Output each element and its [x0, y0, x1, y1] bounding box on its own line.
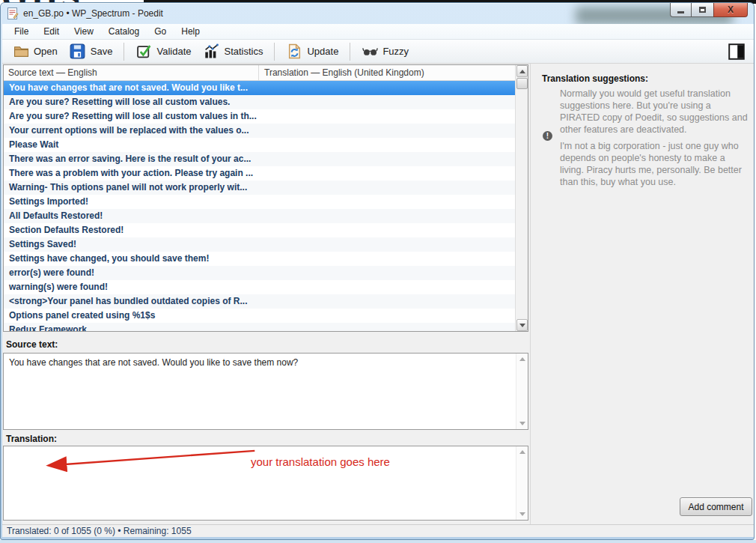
list-item[interactable]: There was an error saving. Here is the r… — [4, 152, 515, 166]
list-item[interactable]: Please Wait — [4, 138, 515, 152]
background-bottom-sliver — [0, 540, 756, 543]
add-comment-button[interactable]: Add comment — [680, 497, 752, 516]
toolbar-button-label: Save — [91, 46, 113, 57]
poedit-document-icon — [7, 7, 19, 19]
status-bar: Translated: 0 of 1055 (0 %) • Remaining:… — [2, 524, 754, 537]
scroll-down-icon[interactable] — [519, 422, 525, 425]
list-item[interactable]: Your current options will be replaced wi… — [4, 124, 515, 138]
scroll-down-icon[interactable] — [519, 512, 525, 516]
menu-item-file[interactable]: File — [7, 25, 36, 38]
menu-item-edit[interactable]: Edit — [36, 25, 67, 38]
toolbar-button-label: Open — [34, 46, 58, 57]
column-header-source[interactable]: Source text — English — [4, 65, 259, 80]
poedit-window: en_GB.po • WP_Spectrum - Poedit X FileEd… — [0, 2, 755, 540]
source-scroll-rail[interactable] — [516, 354, 528, 429]
window-title: en_GB.po • WP_Spectrum - Poedit — [23, 8, 163, 19]
menu-item-catalog[interactable]: Catalog — [101, 25, 147, 38]
scroll-up-icon[interactable] — [519, 450, 525, 454]
toolbar: OpenSaveValidateStatisticsUpdateFuzzy — [2, 40, 754, 64]
statistics-chart-icon — [203, 43, 219, 60]
save-floppy-icon — [70, 43, 86, 60]
menu-item-help[interactable]: Help — [174, 25, 207, 38]
list-item[interactable]: You have changes that are not saved. Wou… — [4, 81, 515, 95]
source-text-content: You have changes that are not saved. Wou… — [9, 357, 510, 368]
scroll-up-icon[interactable] — [519, 357, 525, 361]
entries-list: Source text — English Translation — Engl… — [3, 64, 528, 332]
window-controls: X — [670, 3, 748, 17]
content-area: Source text — English Translation — Engl… — [2, 64, 754, 524]
toolbar-open-button[interactable]: Open — [7, 41, 64, 62]
list-item[interactable]: Options panel created using %1$s — [4, 309, 515, 323]
list-item[interactable]: Are you sure? Resetting will lose all cu… — [4, 109, 515, 124]
annotation-text: your translatation goes here — [251, 455, 390, 468]
exclamation-circle-icon: ! — [543, 131, 552, 141]
toolbar-button-label: Validate — [156, 46, 191, 57]
maximize-button[interactable] — [692, 3, 713, 17]
menu-item-go[interactable]: Go — [147, 25, 174, 38]
translation-scroll-rail[interactable] — [516, 446, 528, 520]
toolbar-button-label: Update — [307, 46, 338, 57]
list-item[interactable]: Section Defaults Restored! — [4, 223, 515, 237]
list-rows: You have changes that are not saved. Wou… — [4, 81, 515, 331]
sidebar-toggle-icon[interactable] — [728, 43, 745, 60]
toolbar-update-button[interactable]: Update — [280, 41, 344, 62]
toolbar-button-label: Statistics — [224, 46, 263, 57]
toolbar-button-label: Fuzzy — [382, 46, 409, 57]
suggestions-heading: Translation suggestions: — [542, 73, 648, 84]
list-item[interactable]: Are you sure? Resetting will lose all cu… — [4, 95, 515, 109]
menu-item-view[interactable]: View — [67, 25, 101, 38]
client-area: FileEditViewCatalogGoHelp OpenSaveValida… — [2, 24, 754, 537]
toolbar-fuzzy-button[interactable]: Fuzzy — [356, 41, 415, 62]
scroll-up-icon[interactable] — [516, 65, 528, 77]
titlebar[interactable]: en_GB.po • WP_Spectrum - Poedit X — [1, 3, 754, 24]
list-item[interactable]: <strong>Your panel has bundled outdated … — [4, 294, 515, 309]
list-scrollbar[interactable] — [515, 65, 528, 331]
list-item[interactable]: Settings Saved! — [4, 237, 515, 252]
update-refresh-icon — [286, 43, 302, 60]
toolbar-validate-button[interactable]: Validate — [129, 41, 197, 62]
open-folder-icon — [13, 43, 29, 60]
toolbar-separator — [350, 43, 350, 61]
suggestions-sidebar: Translation suggestions: Normally you wo… — [530, 64, 754, 524]
toolbar-separator — [124, 43, 124, 61]
validate-check-icon — [135, 43, 152, 60]
minimize-button[interactable] — [670, 3, 692, 17]
list-item[interactable]: There was a problem with your action. Pl… — [4, 166, 515, 181]
list-item[interactable]: warning(s) were found! — [4, 280, 515, 294]
scrollbar-thumb[interactable] — [516, 78, 528, 89]
list-item[interactable]: Settings Imported! — [4, 195, 515, 209]
fuzzy-glasses-icon — [362, 43, 378, 60]
menu-bar: FileEditViewCatalogGoHelp — [2, 24, 754, 40]
toolbar-statistics-button[interactable]: Statistics — [197, 41, 269, 62]
list-header: Source text — English Translation — Engl… — [4, 65, 515, 81]
translation-label: Translation: — [6, 434, 57, 444]
column-header-translation[interactable]: Translation — English (United Kingdom) — [259, 65, 515, 80]
toolbar-save-button[interactable]: Save — [64, 41, 119, 62]
pirated-notice-text: Normally you would get useful translatio… — [560, 88, 752, 136]
list-item[interactable]: Warning- This options panel will not wor… — [4, 181, 515, 195]
list-item[interactable]: error(s) were found! — [4, 266, 515, 280]
list-item[interactable]: Settings have changed, you should save t… — [4, 252, 515, 266]
toolbar-separator — [274, 43, 275, 61]
list-item[interactable]: All Defaults Restored! — [4, 209, 515, 223]
source-text-label: Source text: — [6, 339, 58, 350]
translation-input[interactable]: your translatation goes here — [3, 446, 528, 521]
source-text-area[interactable]: You have changes that are not saved. Wou… — [3, 353, 528, 430]
close-button[interactable]: X — [713, 3, 748, 17]
piracy-message-text: I'm not a big corporation - just one guy… — [560, 140, 752, 188]
list-item[interactable]: Redux Framework — [4, 323, 515, 331]
main-panel: Source text — English Translation — Engl… — [2, 64, 530, 524]
scroll-down-icon[interactable] — [516, 319, 528, 331]
